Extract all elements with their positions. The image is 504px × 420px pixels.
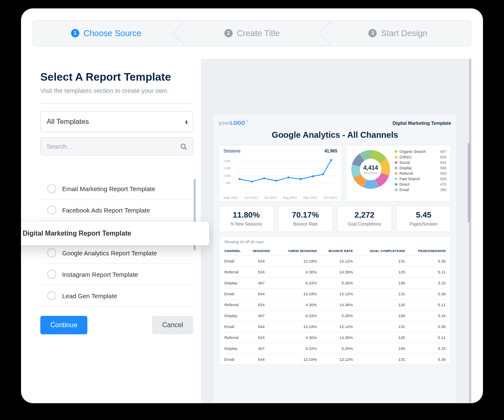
stat-card: 5.45Pages/Session — [396, 206, 451, 232]
svg-text:1,500: 1,500 — [223, 167, 231, 170]
list-item-label: Facebook Ads Report Template — [62, 207, 150, 214]
table-row: Referral5244.30%14.39%1255.11 — [224, 332, 446, 343]
list-item[interactable]: Facebook Ads Report Template — [40, 200, 193, 221]
app-window: 1 Choose Source 2 Create Title 3 Start D… — [21, 8, 483, 403]
legend-item: (Other)659 — [395, 155, 446, 159]
svg-point-16 — [312, 175, 314, 177]
selected-template-card[interactable]: Digital Marketing Report Template — [21, 222, 209, 245]
table-row-count: Showing 10 off 20 rows — [224, 240, 446, 244]
svg-point-0 — [181, 144, 185, 148]
table-row: Display4676.22%5.29%1893.15 — [224, 278, 446, 289]
search-icon — [180, 143, 187, 150]
stats-row: 11.80%% New Sessions70.17%Bounce Rate2,2… — [219, 206, 451, 232]
table-row: Referral5244.30%14.39%1255.11 — [224, 299, 446, 310]
radio-icon — [47, 270, 56, 279]
donut-icon: 4,414Sessions — [351, 150, 391, 189]
table-row: Referral5244.30%14.39%1255.11 — [224, 267, 446, 278]
svg-text:2,000: 2,000 — [223, 160, 231, 163]
step-number: 1 — [71, 29, 79, 37]
list-item[interactable]: Email Marketing Report Template — [40, 178, 193, 200]
report-preview: yourLOGO™ Digital Marketing Template Goo… — [213, 113, 457, 403]
radio-icon — [47, 248, 56, 257]
stat-card: 70.17%Bounce Rate — [278, 206, 333, 232]
preview-logo: yourLOGO™ — [219, 120, 249, 126]
list-item-label: Lead Gen Template — [62, 292, 117, 299]
svg-point-14 — [287, 176, 289, 178]
step-number: 3 — [368, 29, 377, 37]
donut-legend: Organic Search687(Other)659Social601Disp… — [395, 150, 446, 197]
legend-item: Referral550 — [395, 171, 446, 176]
table-row: Display4676.22%5.29%1893.15 — [224, 343, 446, 354]
step-start-design[interactable]: 3 Start Design — [325, 21, 471, 46]
svg-point-10 — [239, 178, 241, 180]
legend-item: Display586 — [395, 166, 446, 170]
scrollbar-thumb[interactable] — [468, 143, 470, 223]
legend-item: Organic Search687 — [395, 150, 446, 154]
legend-item: Social601 — [395, 160, 446, 165]
chart-label: Sessions — [223, 149, 241, 153]
panel-subtitle: Visit the templates section to create yo… — [40, 87, 193, 94]
continue-button[interactable]: Continue — [40, 316, 87, 334]
preview-pane: yourLOGO™ Digital Marketing Template Goo… — [201, 59, 471, 403]
svg-text:500: 500 — [226, 181, 231, 184]
stat-card: 11.80%% New Sessions — [219, 206, 274, 232]
svg-point-15 — [299, 178, 302, 180]
radio-icon — [47, 205, 56, 215]
radio-icon — [47, 184, 56, 193]
list-item-label: Email Marketing Report Template — [62, 185, 155, 192]
legend-item: Email356 — [395, 188, 446, 192]
svg-point-18 — [330, 159, 332, 161]
panel-title: Select A Report Template — [40, 71, 193, 84]
svg-point-12 — [263, 177, 265, 179]
table-row: Email54412.18%12.12%1315.39 — [224, 321, 446, 332]
table-row: Display4676.22%5.29%1893.15 — [224, 310, 446, 321]
step-create-title[interactable]: 2 Create Title — [179, 21, 325, 46]
table-row: Email54412.18%12.12%1315.39 — [224, 256, 446, 267]
svg-line-1 — [185, 148, 186, 150]
select-value: All Templates — [47, 118, 89, 126]
wizard-stepper: 1 Choose Source 2 Create Title 3 Start D… — [33, 20, 471, 46]
step-number: 2 — [224, 29, 233, 37]
cancel-button[interactable]: Cancel — [152, 316, 193, 334]
table-row: Email54412.18%12.12%1315.39 — [224, 289, 446, 299]
search-placeholder: Search… — [47, 143, 73, 150]
list-item-label: Google Analytics Report Template — [62, 249, 157, 257]
list-item-label: Instagram Report Template — [62, 271, 138, 278]
stat-card: 2,272Goal Completions — [337, 206, 392, 232]
step-label: Start Design — [381, 29, 427, 38]
channels-table: Showing 10 off 20 rows CHANNELSESSIONS%N… — [219, 236, 451, 365]
line-chart-svg: 2,0001,5001,000500 — [223, 153, 337, 193]
step-label: Create Title — [237, 29, 280, 38]
chart-total: 41,965 — [324, 149, 337, 153]
table-row: Email54412.18%12.12%1315.39 — [224, 354, 446, 365]
svg-point-17 — [322, 173, 324, 176]
divider — [40, 103, 193, 104]
legend-item: Direct470 — [395, 182, 446, 186]
svg-text:1,000: 1,000 — [223, 174, 231, 177]
step-choose-source[interactable]: 1 Choose Source — [33, 21, 179, 46]
donut-label: Sessions — [364, 171, 377, 175]
list-item[interactable]: Google Analytics Report Template — [40, 242, 193, 264]
channels-donut-chart: 4,414Sessions Organic Search687(Other)65… — [346, 145, 451, 202]
radio-icon — [47, 291, 56, 300]
preview-title: Google Analytics - All Channels — [219, 130, 451, 140]
legend-item: Paid Search505 — [395, 177, 446, 181]
svg-point-13 — [275, 180, 277, 182]
step-label: Choose Source — [84, 29, 142, 38]
list-item[interactable]: Lead Gen Template — [40, 285, 193, 307]
svg-point-11 — [251, 181, 253, 183]
selected-template-label: Digital Marketing Report Template — [23, 230, 131, 237]
template-search-input[interactable]: Search… — [40, 137, 193, 155]
x-axis: May 2021Jun 2021Jul 2021Aug 2021Sep 2021… — [223, 196, 337, 200]
sessions-line-chart: Sessions41,965 2,0001,5001,000500 May 2 — [219, 145, 342, 202]
donut-total: 4,414 — [363, 164, 378, 171]
template-filter-select[interactable]: All Templates ▴▾ — [40, 111, 193, 132]
list-item[interactable]: Instagram Report Template — [40, 264, 193, 285]
preview-template-name: Digital Marketing Template — [393, 121, 451, 126]
updown-icon: ▴▾ — [185, 119, 187, 124]
